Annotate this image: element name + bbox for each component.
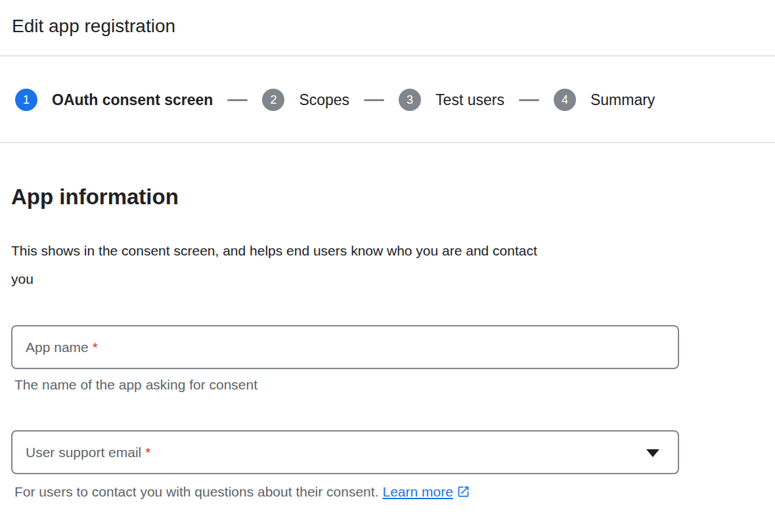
stepper-divider (0, 142, 775, 143)
step-2-label: Scopes (299, 91, 349, 109)
app-name-label: App name (26, 340, 89, 355)
required-asterisk: * (145, 445, 150, 460)
section-description: This shows in the consent screen, and he… (11, 236, 540, 293)
app-name-helper-text: The name of the app asking for consent (14, 376, 775, 393)
stepper: 1 OAuth consent screen 2 Scopes 3 Test u… (15, 89, 763, 111)
section-heading: App information (11, 184, 775, 210)
step-3-label: Test users (435, 91, 504, 109)
learn-more-link[interactable]: Learn more (382, 484, 453, 499)
step-oauth-consent-screen[interactable]: 1 OAuth consent screen (15, 89, 213, 111)
step-1-badge: 1 (15, 89, 37, 111)
external-link-icon[interactable] (456, 485, 470, 499)
step-connector (364, 99, 384, 101)
step-2-badge: 2 (262, 89, 284, 111)
step-summary[interactable]: 4 Summary (554, 89, 655, 111)
step-4-label: Summary (590, 91, 655, 109)
step-connector (519, 99, 539, 101)
page-title: Edit app registration (12, 16, 775, 37)
step-1-label: OAuth consent screen (52, 91, 213, 109)
app-name-input[interactable]: App name * (11, 325, 679, 369)
user-support-email-select[interactable]: User support email * (11, 430, 679, 474)
user-support-email-label: User support email (26, 445, 141, 460)
header-divider (0, 55, 775, 56)
step-connector (227, 99, 248, 101)
required-asterisk: * (93, 340, 98, 355)
step-4-badge: 4 (554, 89, 576, 111)
user-support-email-helper-text: For users to contact you with questions … (14, 483, 775, 500)
step-3-badge: 3 (399, 89, 421, 111)
step-test-users[interactable]: 3 Test users (399, 89, 504, 111)
oauth-consent-form: App information This shows in the consen… (0, 184, 775, 500)
step-scopes[interactable]: 2 Scopes (262, 89, 349, 111)
user-support-email-helper-label: For users to contact you with questions … (14, 484, 378, 499)
dropdown-arrow-icon (646, 449, 659, 457)
